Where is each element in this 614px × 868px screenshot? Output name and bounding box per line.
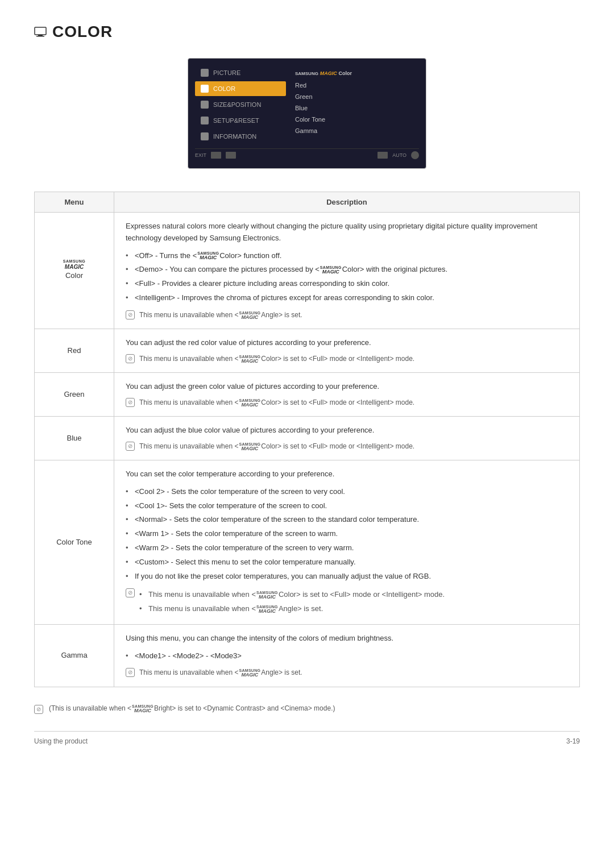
monitor-menu-info: INFORMATION xyxy=(195,129,286,144)
list-item: <Custom> - Select this menu to set the c… xyxy=(126,555,568,570)
list-item: This menu is unavailable when <SAMSUNGMA… xyxy=(139,602,445,616)
unavail-note-gamma: This menu is unavailable when <SAMSUNGMA… xyxy=(126,667,568,678)
col-desc-header: Description xyxy=(114,192,580,213)
list-item: <Cool 2> - Sets the color temperature of… xyxy=(126,485,568,499)
unavail-icon xyxy=(126,442,135,451)
unavail-icon xyxy=(126,310,135,319)
monitor-menu-color: COLOR xyxy=(195,81,286,96)
desc-cell-gamma: Using this menu, you can change the inte… xyxy=(114,624,580,687)
table-row-green: Green You can adjust the green color val… xyxy=(35,372,580,416)
monitor-screenshot: PICTURE COLOR SIZE&POSITION SETUP&RESET … xyxy=(188,58,426,169)
monitor-bottom-left-icons: EXIT xyxy=(195,152,236,159)
main-table: Menu Description SAMSUNG MAGIC Color Exp… xyxy=(34,192,580,687)
monitor-menu-left: PICTURE COLOR SIZE&POSITION SETUP&RESET … xyxy=(195,65,286,144)
table-row-gamma: Gamma Using this menu, you can change th… xyxy=(35,624,580,687)
menu-cell-red: Red xyxy=(35,329,114,372)
desc-cell-blue: You can adjust the blue color value of p… xyxy=(114,416,580,460)
list-item: <Full> - Provides a clearer picture incl… xyxy=(126,277,568,291)
list-item: <Mode1> - <Mode2> - <Mode3> xyxy=(126,649,568,663)
svg-rect-2 xyxy=(36,36,44,37)
menu-cell-blue: Blue xyxy=(35,416,114,460)
monitor-icon xyxy=(34,27,47,37)
footer-note-text: (This is unavailable when <SAMSUNGMAGICB… xyxy=(49,704,335,713)
desc-cell-green: You can adjust the green color value of … xyxy=(114,372,580,416)
table-row-color-tone: Color Tone You can set the color tempera… xyxy=(35,460,580,624)
svg-rect-0 xyxy=(35,27,46,35)
unavail-icon xyxy=(126,354,135,363)
list-item: <Off> - Turns the <SAMSUNGMAGICColor> fu… xyxy=(126,249,568,263)
unavail-note-red: This menu is unavailable when <SAMSUNGMA… xyxy=(126,354,568,364)
list-item: <Cool 1>- Sets the color temperature of … xyxy=(126,499,568,513)
footer-using-product: Using the product xyxy=(34,737,88,745)
footer-note: (This is unavailable when <SAMSUNGMAGICB… xyxy=(34,704,580,714)
col-menu-header: Menu xyxy=(35,192,114,213)
monitor-right-red: Red xyxy=(295,81,410,90)
table-row-magic-color: SAMSUNG MAGIC Color Expresses natural co… xyxy=(35,213,580,329)
desc-cell-red: You can adjust the red color value of pi… xyxy=(114,329,580,372)
monitor-bottom-bar: EXIT AUTO xyxy=(195,148,419,161)
list-item: This menu is unavailable when <SAMSUNGMA… xyxy=(139,588,445,602)
svg-rect-1 xyxy=(38,35,43,36)
monitor-menu-size: SIZE&POSITION xyxy=(195,97,286,112)
monitor-menu-setup: SETUP&RESET xyxy=(195,113,286,128)
unavail-icon xyxy=(126,398,135,407)
list-item: <Intelligent> - Improves the chroma of p… xyxy=(126,291,568,305)
list-item: <Warm 2> - Sets the color temperature of… xyxy=(126,541,568,555)
unavail-note-colortone-1: This menu is unavailable when <SAMSUNGMA… xyxy=(126,588,568,616)
list-item: If you do not like the preset color temp… xyxy=(126,570,568,584)
menu-cell-magic-color: SAMSUNG MAGIC Color xyxy=(35,213,114,329)
unavail-note-magic-angle: This menu is unavailable when <SAMSUNGMA… xyxy=(126,310,568,321)
desc-cell-magic-color: Expresses natural colors more clearly wi… xyxy=(114,213,580,329)
monitor-right-gamma: Gamma xyxy=(295,126,410,135)
unavail-icon xyxy=(126,588,135,597)
list-item: <Normal> - Sets the color temperature of… xyxy=(126,513,568,527)
table-row-red: Red You can adjust the red color value o… xyxy=(35,329,580,372)
monitor-magic-label: SAMSUNG MAGIC Color xyxy=(295,70,410,76)
desc-cell-color-tone: You can set the color temperature accord… xyxy=(114,460,580,624)
monitor-right-colortone: Color Tone xyxy=(295,115,410,124)
footer-page-number: 3-19 xyxy=(566,737,580,745)
menu-cell-green: Green xyxy=(35,372,114,416)
monitor-menu-picture: PICTURE xyxy=(195,65,286,80)
page-title: COLOR xyxy=(52,23,113,41)
list-item: <Demo> - You can compare the pictures pr… xyxy=(126,263,568,277)
table-row-blue: Blue You can adjust the blue color value… xyxy=(35,416,580,460)
unavail-icon xyxy=(126,668,135,677)
page-header: COLOR xyxy=(34,23,580,41)
menu-cell-gamma: Gamma xyxy=(35,624,114,687)
unavail-note-blue: This menu is unavailable when <SAMSUNGMA… xyxy=(126,441,568,452)
monitor-right-green: Green xyxy=(295,92,410,101)
monitor-bottom-right-icons: AUTO xyxy=(377,151,419,159)
page-footer: Using the product 3-19 xyxy=(34,731,580,745)
menu-cell-color-tone: Color Tone xyxy=(35,460,114,624)
footer-unavail-icon xyxy=(34,705,43,714)
list-item: <Warm 1> - Sets the color temperature of… xyxy=(126,527,568,541)
monitor-menu-right: SAMSUNG MAGIC Color Red Green Blue Color… xyxy=(286,65,419,144)
monitor-right-blue: Blue xyxy=(295,103,410,113)
unavail-note-green: This menu is unavailable when <SAMSUNGMA… xyxy=(126,397,568,408)
